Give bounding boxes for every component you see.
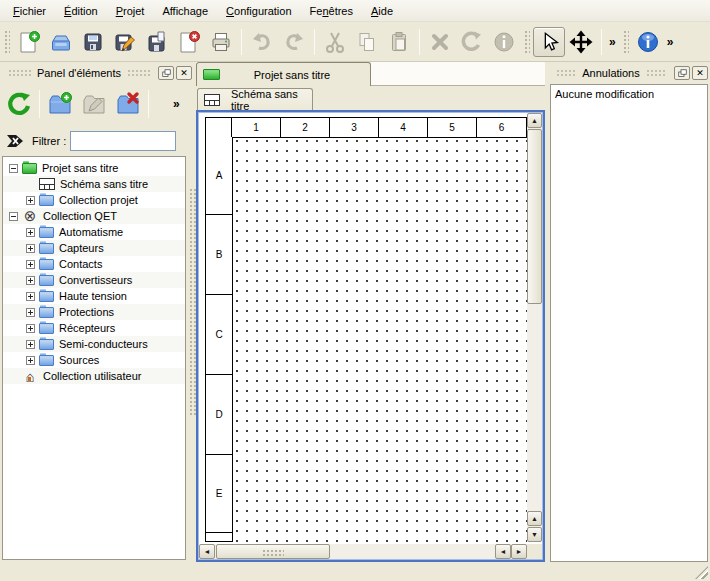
- close-icon: ✕: [696, 69, 704, 78]
- diagram-row-label: C: [206, 295, 232, 375]
- open-project-button[interactable]: [45, 27, 77, 57]
- schema-tab-label: Schéma sans titre: [231, 88, 306, 112]
- edit-category-button[interactable]: [78, 89, 110, 119]
- scroll-left-button[interactable]: ◄: [199, 544, 215, 559]
- menu-item[interactable]: Fenêtres: [301, 0, 362, 21]
- up-arrow-icon: ▲: [531, 117, 538, 124]
- redo-button[interactable]: [278, 27, 310, 57]
- tab-project[interactable]: Projet sans titre: [196, 62, 371, 86]
- tree-item[interactable]: Sources: [3, 352, 185, 368]
- collection-toolbar-overflow[interactable]: »: [170, 97, 183, 111]
- save-button[interactable]: [77, 27, 109, 57]
- paste-button[interactable]: [383, 27, 415, 57]
- menu-item-label: Fichier: [13, 5, 46, 17]
- tree-item[interactable]: Haute tension: [3, 288, 185, 304]
- delete-button[interactable]: [424, 27, 456, 57]
- save-all-icon: [145, 30, 169, 54]
- cut-button[interactable]: [319, 27, 351, 57]
- tree-expander[interactable]: [9, 212, 18, 221]
- tree-item[interactable]: Protections: [3, 304, 185, 320]
- toolbar-grip[interactable]: [622, 29, 629, 55]
- clear-filter-button[interactable]: [4, 132, 26, 150]
- tree-item[interactable]: Convertisseurs: [3, 272, 185, 288]
- toolbar-overflow-chevron[interactable]: »: [606, 35, 619, 49]
- horizontal-scrollbar[interactable]: ◄ ◄ ►: [199, 544, 527, 559]
- vertical-scroll-thumb[interactable]: [527, 129, 542, 304]
- new-category-button[interactable]: [44, 89, 76, 119]
- tree-expander[interactable]: [26, 276, 35, 285]
- diagram-canvas[interactable]: 123456 ABCDE: [199, 113, 527, 542]
- scroll-left-button[interactable]: ◄: [495, 544, 511, 559]
- close-document-button[interactable]: [173, 27, 205, 57]
- tree-item[interactable]: ⌂ Collection utilisateur: [3, 368, 185, 384]
- tree-expander[interactable]: [26, 244, 35, 253]
- close-panel-button[interactable]: ✕: [176, 66, 192, 80]
- tree-item-icon: [39, 259, 54, 270]
- new-document-icon: [17, 30, 41, 54]
- tree-item[interactable]: ⊗ Collection QET: [3, 208, 185, 224]
- main-toolbar: » »: [0, 22, 710, 62]
- horizontal-scroll-track[interactable]: [330, 544, 495, 559]
- horizontal-scroll-thumb[interactable]: [216, 544, 330, 559]
- toolbar-grip[interactable]: [3, 29, 10, 55]
- tree-item[interactable]: Semi-conducteurs: [3, 336, 185, 352]
- filter-input[interactable]: [70, 131, 176, 151]
- tree-expander[interactable]: [26, 356, 35, 365]
- tree-expander[interactable]: [26, 196, 35, 205]
- tree-item[interactable]: Récepteurs: [3, 320, 185, 336]
- vertical-scrollbar[interactable]: ▲ ▲ ▼: [527, 113, 542, 542]
- tree-expander[interactable]: [26, 228, 35, 237]
- toolbar-separator: [419, 29, 420, 55]
- scroll-up-button[interactable]: ▲: [527, 511, 542, 526]
- copy-button[interactable]: [351, 27, 383, 57]
- scroll-right-button[interactable]: ►: [511, 544, 527, 559]
- edit-category-icon: [81, 91, 107, 117]
- tree-expander[interactable]: [26, 324, 35, 333]
- select-tool-button[interactable]: [533, 27, 565, 57]
- save-all-button[interactable]: [141, 27, 173, 57]
- tree-expander[interactable]: [26, 292, 35, 301]
- close-panel-button[interactable]: ✕: [692, 66, 708, 80]
- tree-expander[interactable]: [26, 340, 35, 349]
- tree-item[interactable]: Contacts: [3, 256, 185, 272]
- tree-item[interactable]: Collection projet: [3, 192, 185, 208]
- toolbar-overflow-chevron[interactable]: »: [664, 35, 677, 49]
- print-button[interactable]: [205, 27, 237, 57]
- tree-item[interactable]: Projet sans titre: [3, 160, 185, 176]
- menu-item[interactable]: Configuration: [217, 0, 300, 21]
- diagram-viewport: 123456 ABCDE ▲ ▲ ▼ ◄ ◄ ►: [196, 110, 545, 562]
- tree-item-icon: [22, 163, 37, 174]
- tree-item[interactable]: Automatisme: [3, 224, 185, 240]
- panel-splitter[interactable]: [189, 188, 196, 416]
- menu-item[interactable]: Édition: [55, 0, 107, 21]
- toolbar-grip[interactable]: [523, 29, 530, 55]
- tree-expander[interactable]: [9, 164, 18, 173]
- tree-expander[interactable]: [26, 260, 35, 269]
- delete-category-button[interactable]: [112, 89, 144, 119]
- menu-item[interactable]: Affichage: [153, 0, 217, 21]
- scroll-up-button[interactable]: ▲: [527, 113, 542, 128]
- menu-item[interactable]: Aide: [362, 0, 402, 21]
- float-panel-button[interactable]: [158, 66, 174, 80]
- float-panel-button[interactable]: [674, 66, 690, 80]
- undo-history-list[interactable]: Aucune modification: [550, 84, 708, 562]
- scroll-down-button[interactable]: ▼: [527, 527, 542, 542]
- about-button[interactable]: [632, 27, 664, 57]
- diagram-column-label: 5: [428, 118, 477, 137]
- tab-schema[interactable]: Schéma sans titre: [197, 88, 313, 110]
- tree-item[interactable]: Schéma sans titre: [3, 176, 185, 192]
- new-document-button[interactable]: [13, 27, 45, 57]
- menu-item[interactable]: Projet: [107, 0, 154, 21]
- undo-button[interactable]: [246, 27, 278, 57]
- schema-icon: [204, 94, 220, 106]
- tree-expander[interactable]: [26, 308, 35, 317]
- info-button-disabled[interactable]: [488, 27, 520, 57]
- menu-item[interactable]: Fichier: [4, 0, 55, 21]
- rotate-button[interactable]: [456, 27, 488, 57]
- reload-collection-button[interactable]: [3, 89, 35, 119]
- move-tool-button[interactable]: [565, 27, 597, 57]
- resize-grip[interactable]: [695, 566, 708, 579]
- save-as-button[interactable]: [109, 27, 141, 57]
- paste-icon: [387, 30, 411, 54]
- tree-item[interactable]: Capteurs: [3, 240, 185, 256]
